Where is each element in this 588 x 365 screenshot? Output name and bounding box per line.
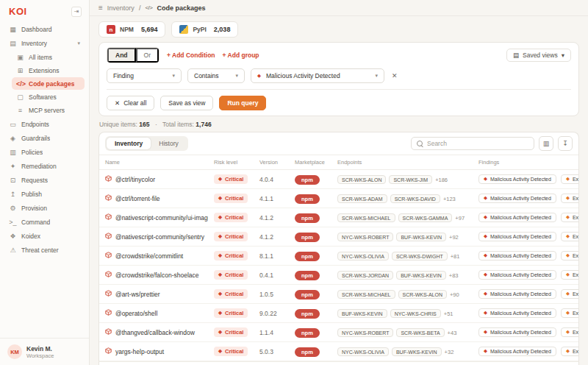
sidebar-item-all-items[interactable]: ▣ All items — [12, 51, 85, 63]
sidebar-collapse-button[interactable]: ⇥ — [71, 7, 82, 17]
critical-diamond-icon: ◆ — [218, 349, 222, 354]
sidebar-item-provision[interactable]: ⚙ Provision — [4, 202, 85, 215]
sidebar-item-dashboard[interactable]: ▦ Dashboard — [4, 23, 85, 36]
search-input[interactable] — [427, 140, 528, 147]
warning-diamond-icon: ◆ — [566, 330, 570, 335]
table-row[interactable]: @art-ws/prettier ◆Critical 1.0.5 npm SCR… — [99, 285, 578, 304]
sidebar-item-mcp-servers[interactable]: ≡ MCP servers — [12, 104, 85, 116]
table-row[interactable]: @crowdstrike/falcon-shoelace ◆Critical 0… — [99, 266, 578, 285]
risk-badge: ◆Critical — [214, 270, 248, 280]
chevron-down-icon: ▾ — [375, 73, 378, 79]
warning-diamond-icon: ◆ — [566, 253, 570, 258]
package-name: @crowdstrike/falcon-shoelace — [115, 272, 199, 279]
save-as-view-button[interactable]: Save as view — [160, 96, 213, 110]
sidebar-item-inventory[interactable]: ▤ Inventory ▾ — [4, 37, 85, 50]
guardrails-icon: ◈ — [9, 135, 17, 142]
marketplace-badge: npm — [295, 309, 320, 319]
pypi-icon — [179, 25, 188, 34]
add-condition-button[interactable]: + Add Condition — [167, 52, 215, 59]
saved-views-button[interactable]: ▤ Saved views ▾ — [506, 49, 571, 62]
endpoints-more-count: +43 — [448, 330, 457, 336]
logic-or-button[interactable]: Or — [136, 48, 159, 63]
sidebar-item-remediation[interactable]: ✦ Remediation — [4, 160, 85, 173]
chevron-down-icon: ▾ — [562, 52, 564, 59]
user-menu[interactable]: KM Kevin M. Workspace — [0, 338, 89, 365]
endpoint-chip: BUF-WKS-KEVIN — [396, 271, 446, 280]
sidebar-item-publish[interactable]: ↥ Publish — [4, 188, 85, 201]
endpoint-chip: NYC-WKS-OLIVIA — [337, 347, 389, 356]
run-query-button[interactable]: Run query — [219, 96, 266, 110]
tab-history[interactable]: History — [151, 138, 186, 149]
version-cell: 1.0.5 — [254, 285, 289, 304]
version-cell: 8.1.1 — [254, 247, 289, 266]
sidebar-item-policies[interactable]: ▥ Policies — [4, 146, 85, 159]
risk-badge: ◆Critical — [214, 213, 248, 222]
filter-field-dropdown[interactable]: Finding ▾ — [107, 68, 182, 83]
clear-all-button[interactable]: ✕Clear all — [107, 96, 154, 110]
package-name: @nativescript-community/sentry — [115, 233, 204, 241]
inventory-icon: ▤ — [9, 40, 17, 47]
finding-chip: ◆Exfils Cl — [561, 194, 578, 203]
sidebar-item-koidex[interactable]: ❖ Koidex — [4, 230, 85, 243]
saved-views-icon: ▤ — [513, 52, 519, 59]
table-row[interactable]: @ctrl/tinycolor ◆Critical 4.0.4 npm SCR-… — [99, 170, 578, 189]
sidebar-item-endpoints[interactable]: ▭ Endpoints — [4, 118, 85, 131]
sidebar-item-command[interactable]: >_ Command — [4, 216, 85, 229]
risk-badge: ◆Critical — [214, 289, 248, 299]
finding-chip: ◆Exfils Cl — [561, 270, 578, 280]
add-group-button[interactable]: + Add group — [223, 52, 259, 59]
risk-badge: ◆Critical — [214, 194, 248, 203]
results-summary: Unique items: 165 · Total items: 1,746 — [90, 116, 588, 132]
sidebar-item-extensions[interactable]: ⊞ Extensions — [12, 64, 85, 77]
remove-condition-button[interactable]: ✕ — [390, 72, 399, 79]
endpoint-chip: BUF-WKS-KEVIN — [337, 309, 387, 318]
finding-chip: ◆Exfils Cl — [561, 251, 578, 261]
breadcrumb-section[interactable]: Inventory — [107, 4, 135, 12]
filter-value-dropdown[interactable]: ◆ Malicious Activity Detected ▾ — [251, 68, 384, 83]
finding-chip: ◆Exfils Cl — [561, 213, 578, 222]
results-table-card: Inventory History ▥ ↧ NameRisk levelVers… — [98, 132, 579, 361]
sidebar-item-softwares[interactable]: ▢ Softwares — [12, 91, 85, 103]
finding-chip: ◆Exfils Cl — [561, 327, 578, 337]
all-items-icon: ▣ — [16, 54, 24, 61]
package-name: @crowdstrike/commitlint — [115, 252, 183, 260]
download-button[interactable]: ↧ — [558, 136, 573, 151]
critical-diamond-icon: ◆ — [484, 196, 487, 201]
sidebar-item-code-packages[interactable]: </> Code packages — [12, 77, 85, 90]
table-row[interactable]: @thangved/callback-window ◆Critical 1.1.… — [99, 323, 578, 342]
table-row[interactable]: @crowdstrike/commitlint ◆Critical 8.1.1 … — [99, 247, 578, 266]
search-icon — [417, 141, 423, 147]
tab-inventory[interactable]: Inventory — [107, 138, 151, 149]
stat-card-npm[interactable]: n NPM 5,694 — [98, 21, 165, 38]
table-row[interactable]: @operato/shell ◆Critical 9.0.22 npm BUF-… — [99, 304, 578, 323]
sidebar-item-requests[interactable]: ⊡ Requests — [4, 174, 85, 187]
table-row[interactable]: @nativescript-community/ui-image ◆Critic… — [99, 208, 578, 227]
stat-card-pypi[interactable]: PyPI 2,038 — [171, 21, 238, 38]
extensions-icon: ⊞ — [16, 67, 24, 74]
critical-diamond-icon: ◆ — [218, 330, 222, 335]
critical-diamond-icon: ◆ — [218, 311, 222, 316]
endpoints-more-count: +186 — [435, 177, 448, 183]
logic-and-button[interactable]: And — [107, 48, 136, 63]
marketplace-badge: npm — [295, 290, 320, 300]
package-icon — [105, 309, 112, 317]
menu-icon[interactable]: ≡ — [98, 4, 103, 12]
table-row[interactable]: @nativescript-community/sentry ◆Critical… — [99, 227, 578, 247]
endpoints-more-count: +97 — [455, 215, 465, 222]
table-scroll-area[interactable]: NameRisk levelVersionMarketplaceEndpoint… — [99, 155, 578, 361]
avatar: KM — [7, 344, 22, 359]
close-icon: ✕ — [115, 99, 120, 107]
workspace-label: Workspace — [26, 352, 54, 359]
risk-badge: ◆Critical — [214, 251, 248, 261]
sidebar-item-guardrails[interactable]: ◈ Guardrails — [4, 132, 85, 145]
column-header-findings: Findings — [473, 155, 578, 170]
provision-icon: ⚙ — [9, 205, 17, 212]
columns-button[interactable]: ▥ — [539, 136, 553, 151]
filter-operator-dropdown[interactable]: Contains ▾ — [187, 68, 245, 83]
package-icon — [105, 290, 112, 298]
table-row[interactable]: yargs-help-output ◆Critical 5.0.3 npm NY… — [99, 342, 578, 361]
table-row[interactable]: @ctrl/torrent-file ◆Critical 4.1.1 npm S… — [99, 189, 578, 208]
column-header-risk-level: Risk level — [208, 155, 254, 170]
warning-diamond-icon: ◆ — [566, 272, 570, 277]
sidebar-item-threat-center[interactable]: ⚠ Threat center — [4, 244, 85, 257]
